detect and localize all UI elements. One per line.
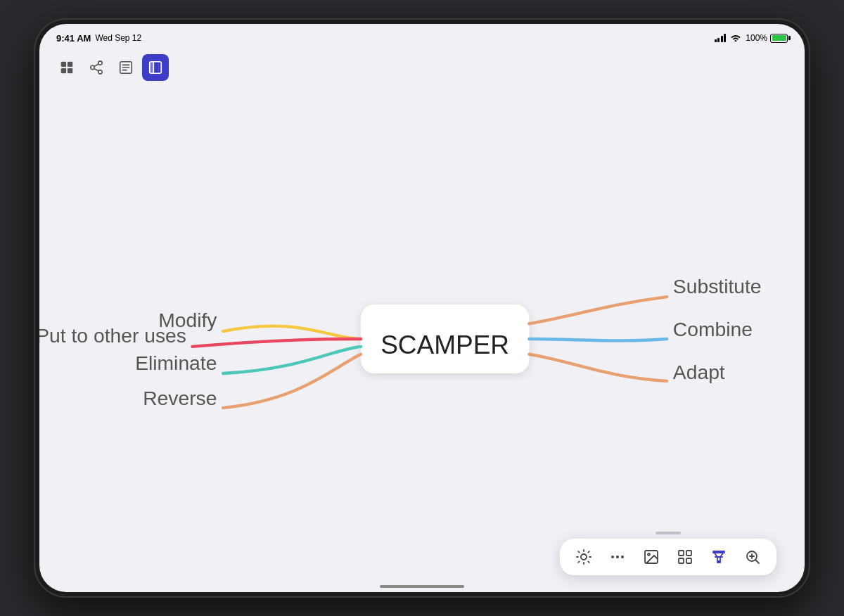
magic-button[interactable]: [573, 546, 595, 568]
svg-rect-0: [61, 62, 66, 67]
status-bar: 9:41 AM Wed Sep 12 100%: [39, 24, 805, 49]
svg-line-23: [578, 551, 579, 552]
svg-line-40: [756, 560, 760, 564]
svg-text:Put to other uses: Put to other uses: [39, 324, 186, 347]
home-indicator: [380, 585, 464, 588]
mindmap-canvas[interactable]: SCAMPER Modify Put to other uses Elimina…: [39, 86, 805, 592]
svg-rect-3: [68, 68, 72, 73]
svg-text:Reverse: Reverse: [143, 387, 217, 409]
svg-line-27: [578, 561, 579, 562]
zoom-button[interactable]: [741, 546, 764, 568]
wifi-icon: [730, 33, 741, 44]
status-icons: 100%: [715, 33, 788, 44]
svg-point-30: [616, 556, 619, 558]
share-button[interactable]: [83, 54, 110, 81]
svg-rect-2: [61, 68, 66, 73]
svg-rect-1: [68, 62, 72, 67]
svg-point-20: [581, 554, 587, 560]
svg-line-28: [588, 551, 589, 552]
battery-icon: [770, 34, 788, 43]
svg-text:SCAMPER: SCAMPER: [381, 331, 509, 359]
svg-rect-36: [679, 558, 684, 563]
main-toolbar: [39, 49, 805, 86]
svg-text:Combine: Combine: [673, 318, 753, 340]
filter-button[interactable]: [708, 546, 730, 568]
more-button[interactable]: [606, 546, 629, 568]
sidebar-button[interactable]: [142, 54, 169, 81]
bottom-toolbar: [560, 539, 776, 575]
ipad-device: 9:41 AM Wed Sep 12 100%: [35, 20, 809, 596]
status-date: Wed Sep 12: [95, 33, 141, 43]
battery-container: 100%: [746, 33, 788, 43]
outline-button[interactable]: [113, 54, 139, 81]
svg-rect-10: [150, 62, 154, 74]
svg-point-31: [621, 556, 624, 558]
battery-fill: [772, 35, 786, 41]
svg-rect-37: [686, 558, 691, 563]
battery-percent: 100%: [746, 33, 767, 43]
image-button[interactable]: [640, 546, 663, 568]
mindmap-svg: SCAMPER Modify Put to other uses Elimina…: [39, 86, 805, 592]
grid-button[interactable]: [674, 546, 696, 568]
svg-text:Eliminate: Eliminate: [135, 352, 217, 374]
screen: 9:41 AM Wed Sep 12 100%: [39, 24, 805, 592]
status-time: 9:41 AM: [56, 33, 91, 44]
svg-text:Adapt: Adapt: [673, 361, 725, 383]
svg-rect-34: [679, 551, 684, 556]
svg-rect-35: [686, 551, 691, 556]
grid-view-button[interactable]: [53, 54, 80, 81]
svg-line-24: [588, 561, 589, 562]
svg-text:Substitute: Substitute: [673, 275, 762, 297]
signal-icon: [715, 34, 727, 42]
svg-point-33: [648, 553, 650, 556]
svg-point-29: [611, 556, 614, 558]
